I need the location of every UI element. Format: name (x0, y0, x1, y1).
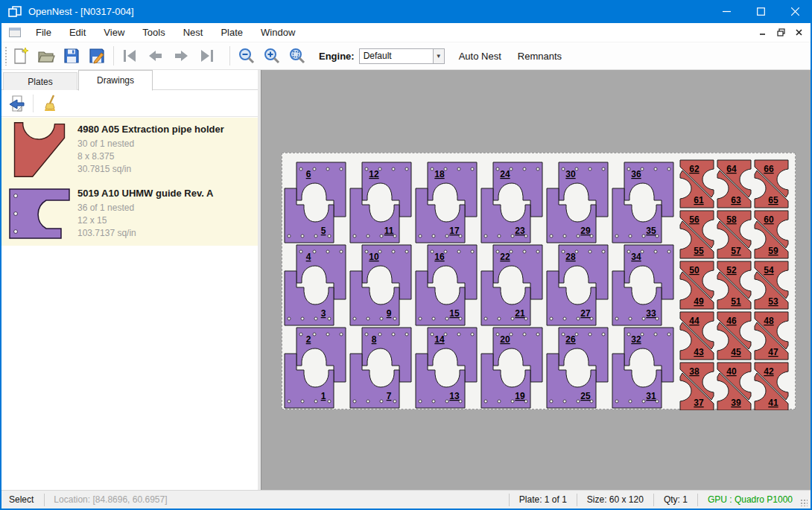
nest-cell-purple[interactable]: 1211 (350, 162, 411, 243)
part-number: 6 (306, 169, 311, 179)
menu-window[interactable]: Window (252, 23, 304, 42)
zoom-fit-icon (289, 48, 305, 64)
part-number: 7 (387, 391, 392, 401)
part-number: 20 (500, 334, 510, 345)
mdi-minimize-button[interactable] (755, 25, 770, 39)
import-drawing-icon (8, 95, 26, 112)
nest-cell-purple[interactable]: 3029 (547, 162, 608, 243)
part-number: 51 (731, 296, 741, 307)
go-first-button[interactable] (118, 45, 143, 67)
import-drawing-button[interactable] (4, 92, 30, 115)
save-button[interactable] (59, 45, 84, 67)
nest-cell-purple[interactable]: 109 (350, 245, 411, 325)
document-window-icon[interactable] (9, 28, 21, 37)
toolbar-separator (113, 46, 114, 66)
remnants-button[interactable]: Remnants (510, 45, 570, 67)
engine-select[interactable]: Default (359, 48, 434, 64)
auto-nest-button[interactable]: Auto Nest (451, 45, 510, 67)
nest-cell-red[interactable]: 6261 (680, 160, 714, 208)
menu-nest[interactable]: Nest (174, 23, 212, 42)
nest-cell-red[interactable]: 4039 (717, 363, 751, 410)
resize-grip[interactable] (800, 499, 808, 506)
go-previous-icon (148, 49, 163, 63)
part-number: 62 (689, 164, 700, 174)
nest-cell-purple[interactable]: 3231 (612, 328, 673, 408)
menu-view[interactable]: View (95, 23, 133, 42)
zoom-in-button[interactable] (259, 45, 285, 67)
engine-dropdown-button[interactable]: ▼ (434, 48, 445, 64)
nest-cell-purple[interactable]: 1817 (416, 162, 477, 243)
maximize-button[interactable] (743, 0, 778, 23)
menu-edit[interactable]: Edit (60, 23, 95, 42)
drawing-title: 4980 A05 Extraction pipe holder (77, 124, 224, 135)
go-last-button[interactable] (194, 45, 219, 67)
close-button[interactable] (778, 0, 812, 23)
zoom-fit-button[interactable] (285, 45, 310, 67)
go-next-button[interactable] (168, 45, 194, 67)
nest-cell-purple[interactable]: 2827 (547, 245, 608, 325)
nest-cell-purple[interactable]: 1615 (416, 245, 477, 325)
drawing-item-5019[interactable]: 5019 A10 UHMW guide Rev. A 36 of 1 neste… (1, 182, 258, 246)
nest-cell-red[interactable]: 5251 (717, 261, 751, 309)
part-number: 65 (768, 195, 778, 205)
mdi-restore-icon (777, 28, 785, 36)
nest-cell-purple[interactable]: 65 (285, 162, 346, 243)
save-as-button[interactable] (84, 45, 110, 67)
nest-cell-purple[interactable]: 2221 (481, 245, 542, 325)
tab-drawings[interactable]: Drawings (78, 70, 153, 91)
nest-cell-purple[interactable]: 3635 (612, 162, 673, 243)
toolbar-separator (229, 46, 230, 66)
nest-cell-red[interactable]: 6059 (755, 211, 788, 258)
part-number: 5 (321, 226, 326, 236)
nest-cell-purple[interactable]: 43 (285, 245, 346, 325)
menu-plate[interactable]: Plate (212, 23, 252, 42)
menu-file[interactable]: File (27, 23, 60, 42)
nest-cell-red[interactable]: 5655 (680, 211, 714, 258)
go-previous-button[interactable] (143, 45, 168, 67)
open-button[interactable] (34, 45, 59, 67)
nest-cell-purple[interactable]: 3433 (612, 245, 673, 325)
nest-cell-purple[interactable]: 2625 (547, 328, 608, 408)
part-number: 1 (321, 391, 326, 401)
nest-cell-red[interactable]: 4241 (755, 363, 788, 410)
part-number: 26 (565, 334, 576, 345)
new-document-button[interactable] (8, 45, 34, 67)
part-number: 66 (764, 164, 774, 174)
clean-button[interactable] (39, 92, 65, 115)
nest-cell-purple[interactable]: 2019 (481, 328, 542, 408)
nest-viewport[interactable]: 6512111817242330293635431091615222128273… (261, 70, 812, 490)
nest-cell-red[interactable]: 6665 (755, 160, 788, 208)
nest-cell-red[interactable]: 3837 (680, 363, 714, 410)
nest-cell-purple[interactable]: 87 (350, 328, 411, 408)
nest-cell-purple[interactable]: 2423 (481, 162, 542, 243)
drawing-item-4980[interactable]: 4980 A05 Extraction pipe holder 30 of 1 … (1, 118, 258, 182)
tab-plates[interactable]: Plates (3, 72, 77, 90)
nest-cell-red[interactable]: 5049 (680, 261, 714, 309)
mdi-restore-button[interactable] (773, 25, 788, 39)
nest-cell-red[interactable]: 5453 (755, 261, 788, 309)
nest-cell-purple[interactable]: 1413 (416, 328, 477, 408)
tab-drawings-label: Drawings (97, 75, 134, 86)
nest-cell-red[interactable]: 6463 (717, 160, 751, 208)
close-icon (791, 7, 799, 16)
part-number: 64 (726, 164, 737, 174)
drawing-nested-count: 36 of 1 nested (77, 202, 213, 214)
save-as-icon (89, 48, 105, 64)
part-number: 44 (689, 316, 700, 326)
menu-tools[interactable]: Tools (133, 23, 174, 42)
nest-cell-red[interactable]: 4443 (680, 312, 714, 360)
nest-cell-red[interactable]: 4847 (755, 312, 788, 360)
nest-cell-purple[interactable]: 21 (285, 328, 346, 408)
zoom-out-button[interactable] (234, 45, 259, 67)
gpu-indicator: GPU : Quadro P1000 (698, 491, 800, 509)
nest-cell-red[interactable]: 5857 (717, 211, 751, 258)
nest-cell-red[interactable]: 4645 (717, 312, 751, 360)
mdi-close-button[interactable] (791, 25, 806, 39)
part-number: 32 (631, 334, 641, 345)
nest-canvas: 6512111817242330293635431091615222128273… (282, 153, 796, 410)
drawing-area: 103.7137 sq/in (77, 227, 213, 240)
plate[interactable]: 6512111817242330293635431091615222128273… (282, 153, 796, 409)
part-number: 42 (764, 366, 774, 377)
part-number: 28 (565, 252, 576, 262)
minimize-button[interactable] (709, 0, 743, 23)
